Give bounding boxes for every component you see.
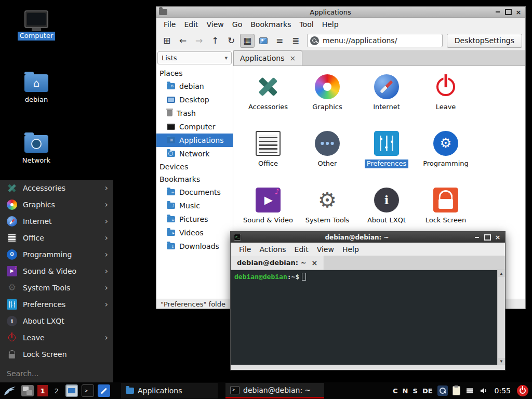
sidebar-item-desktop[interactable]: Desktop [156, 93, 233, 107]
sidebar-item-applications[interactable]: Applications [156, 134, 233, 147]
sidebar-item-computer[interactable]: Computer [156, 120, 233, 134]
new-tab-icon[interactable] [159, 34, 174, 48]
menu-item-programming[interactable]: Programming [0, 246, 113, 263]
menu-item-lock-screen[interactable]: Lock Screen [0, 346, 113, 363]
start-menu-button[interactable] [2, 383, 18, 398]
devices-header[interactable]: Devices [156, 161, 233, 173]
magnifier-tray-icon[interactable] [437, 385, 448, 396]
app-item-office[interactable]: Office [238, 129, 298, 185]
terminal-menu-file[interactable]: File [235, 244, 255, 255]
sidebar-item-label: Downloads [179, 242, 219, 250]
thumbnail-view-icon[interactable] [256, 34, 271, 48]
tab-close-icon[interactable] [290, 55, 296, 62]
menu-item-internet[interactable]: Internet [0, 213, 113, 230]
sidebar-item-videos[interactable]: Videos [156, 226, 233, 240]
address-bar[interactable]: menu://applications/ [307, 34, 443, 47]
menu-item-sound-video[interactable]: Sound & Video [0, 263, 113, 280]
menu-item-graphics[interactable]: Graphics [0, 196, 113, 213]
desktop-icon-computer[interactable]: Computer [12, 10, 60, 41]
menu-item-accessories[interactable]: Accessories [0, 180, 113, 196]
show-desktop-icon[interactable] [21, 385, 34, 396]
fm-menu-edit[interactable]: Edit [180, 19, 202, 30]
app-item-accessories[interactable]: Accessories [238, 72, 298, 129]
quicklaunch-file-manager-icon[interactable] [65, 384, 78, 397]
close-icon[interactable] [494, 233, 502, 241]
back-icon[interactable] [176, 34, 190, 48]
menu-item-about-lxqt[interactable]: About LXQt [0, 313, 113, 329]
sidebar-item-music[interactable]: Music [156, 199, 233, 212]
terminal-menu-edit[interactable]: Edit [290, 244, 313, 255]
terminal-menu-help[interactable]: Help [338, 244, 363, 255]
close-icon[interactable] [514, 8, 523, 16]
desktop-icon-network[interactable]: Network [12, 132, 60, 165]
maximize-icon[interactable] [504, 8, 512, 16]
forward-icon[interactable] [192, 34, 206, 48]
volume-icon[interactable] [479, 386, 488, 395]
desktop-settings-button[interactable]: DesktopSettings [447, 34, 522, 48]
terminal-tabbar: debian@debian: ~ [231, 256, 505, 270]
lists-combobox[interactable]: Lists [157, 51, 232, 64]
reload-icon[interactable] [224, 34, 238, 48]
terminal-menu-view[interactable]: View [313, 244, 338, 255]
fm-menu-go[interactable]: Go [228, 19, 246, 30]
taskbar-task-terminal[interactable]: >_ debian@debian: ~ [225, 383, 324, 398]
tab-close-icon[interactable] [311, 259, 317, 267]
sidebar-item-network[interactable]: Network [156, 147, 233, 161]
desktop-icon-debian[interactable]: debian [12, 72, 60, 104]
tab-applications[interactable]: Applications [233, 50, 302, 65]
clipboard-tray-icon[interactable] [453, 386, 460, 395]
fm-menu-file[interactable]: File [159, 19, 180, 30]
app-item-programming[interactable]: Programming [416, 129, 475, 185]
bookmarks-header[interactable]: Bookmarks [156, 173, 233, 185]
scroll-down-icon[interactable] [498, 358, 505, 365]
menu-search-input[interactable] [7, 369, 107, 378]
keyboard-tray-icon[interactable] [465, 387, 474, 394]
fm-menu-help[interactable]: Help [318, 19, 343, 30]
fm-menu-view[interactable]: View [203, 19, 228, 30]
sidebar-item-label: Trash [177, 109, 196, 117]
workspace-2-button[interactable]: 2 [51, 385, 62, 396]
terminal-titlebar[interactable]: >_ debian@debian: ~ [231, 232, 505, 243]
menu-item-office[interactable]: Office [0, 230, 113, 246]
sidebar-item-pictures[interactable]: Pictures [156, 212, 233, 226]
app-item-preferences[interactable]: Preferences [357, 129, 416, 185]
terminal-menu-actions[interactable]: Actions [255, 244, 290, 255]
scroll-up-icon[interactable] [498, 270, 505, 277]
sidebar-item-debian[interactable]: debian [156, 79, 233, 93]
maximize-icon[interactable] [483, 233, 491, 241]
minimize-icon[interactable] [494, 8, 502, 16]
system-tray[interactable]: C N S DE 0:55 [393, 385, 530, 396]
app-item-graphics[interactable]: Graphics [298, 72, 357, 129]
power-button[interactable] [517, 385, 528, 396]
graphics-icon [315, 74, 340, 99]
fm-menu-tool[interactable]: Tool [295, 19, 317, 30]
sidebar-item-documents[interactable]: Documents [156, 185, 233, 199]
app-item-leave[interactable]: Leave [416, 72, 475, 129]
menu-item-leave[interactable]: Leave [0, 329, 113, 346]
app-item-other[interactable]: Other [298, 129, 357, 185]
workspace-1-button[interactable]: 1 [37, 385, 48, 396]
terminal-scrollbar[interactable] [497, 270, 505, 365]
app-item-internet[interactable]: Internet [357, 72, 416, 129]
fm-titlebar[interactable]: Applications [156, 7, 525, 18]
documents-folder-icon [167, 189, 175, 195]
detailed-view-icon[interactable] [288, 34, 303, 48]
places-header[interactable]: Places [156, 67, 233, 79]
sidebar-item-downloads[interactable]: Downloads [156, 240, 233, 253]
clock[interactable]: 0:55 [495, 387, 511, 395]
icon-view-icon[interactable] [240, 34, 255, 48]
quicklaunch-editor-icon[interactable] [98, 384, 110, 397]
sidebar-item-trash[interactable]: Trash [156, 107, 233, 120]
compact-view-icon[interactable] [272, 34, 287, 48]
taskbar-task-applications[interactable]: Applications [121, 383, 218, 398]
fm-menu-bookmarks[interactable]: Bookmarks [246, 19, 295, 30]
up-icon[interactable] [208, 34, 222, 48]
terminal-screen[interactable]: debian@debian:~$ [231, 270, 505, 365]
quicklaunch-terminal-icon[interactable]: >_ [82, 384, 94, 397]
menu-item-preferences[interactable]: Preferences [0, 296, 113, 313]
terminal-tab[interactable]: debian@debian: ~ [231, 256, 324, 270]
menu-item-label: About LXQt [23, 317, 108, 325]
minimize-icon[interactable] [473, 233, 481, 241]
menu-item-system-tools[interactable]: System Tools [0, 280, 113, 296]
keyboard-layout-indicator[interactable]: DE [422, 387, 433, 395]
